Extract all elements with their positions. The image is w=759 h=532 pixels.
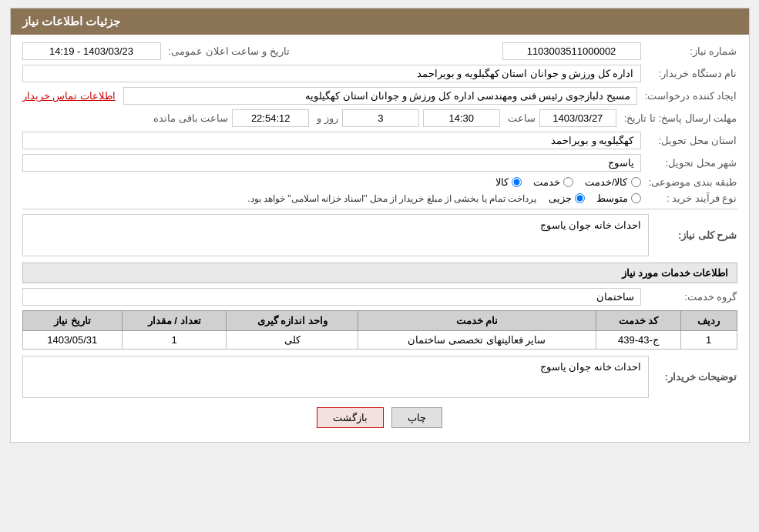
groohKhadamat-label: گروه خدمت: [645,291,737,303]
radio-kalaKhadamat[interactable]: کالا/خدمت [585,176,641,188]
namDastgah-label: نام دستگاه خریدار: [645,68,737,79]
col-tarikh: تاریخ نیاز [22,311,122,331]
tosih-text: احداث خانه جوان یاسوج [540,361,642,373]
tabaqebandi-row: طبقه بندی موضوعی: کالا/خدمت خدمت کالا [22,176,737,188]
namDastgah-row: نام دستگاه خریدار: اداره کل ورزش و جوانا… [22,65,737,82]
radio-jazzi-label: جزیی [549,192,572,204]
tarikh-aelaan-label: تاریخ و ساعت اعلان عمومی: [165,45,290,57]
ijadKonande-label: ایجاد کننده درخواست: [641,90,737,102]
radio-khadamat-input[interactable] [563,177,573,187]
namDastgah-value: اداره کل ورزش و جوانان استان کهگیلویه و … [22,65,641,82]
cell-vahed: کلی [227,331,358,350]
radio-kala-label: کالا [495,176,509,188]
saat-label: ساعت [504,112,536,124]
sharh-text: احداث خانه جوان یاسوج [540,219,642,231]
saatBaqi-value: 22:54:12 [232,109,309,127]
col-tedad: تعداد / مقدار [122,311,226,331]
radio-jazzi[interactable]: جزیی [549,192,585,204]
radio-kala[interactable]: کالا [495,176,522,188]
noweFarayand-row: نوع فرآیند خرید : متوسط جزیی پرداخت تمام… [22,192,737,204]
rooz-value: 3 [342,109,419,127]
cell-kod: ج-43-439 [596,331,680,350]
noweFarayand-label: نوع فرآیند خرید : [645,192,737,204]
shahr-value: یاسوج [22,154,641,172]
saatBaqiMande-label: ساعت باقی مانده [149,112,228,124]
cell-radif: 1 [680,331,737,350]
back-button[interactable]: بازگشت [317,407,384,428]
sharh-row: شرح کلی نیاز: احداث خانه جوان یاسوج [22,214,737,256]
tosih-row: توضیحات خریدار: احداث خانه جوان یاسوج [22,356,737,398]
services-table: ردیف کد خدمت نام خدمت واحد اندازه گیری ت… [22,310,737,350]
radio-kalaKhadamat-label: کالا/خدمت [585,176,628,188]
noweFarayand-group: متوسط جزیی [549,192,641,204]
radio-kala-input[interactable] [512,177,522,187]
tosih-label: توضیحات خریدار: [653,371,737,383]
services-section-title: اطلاعات خدمات مورد نیاز [22,263,737,283]
shomareNiaz-row: شماره نیاز: 1103003511000002 تاریخ و ساع… [22,42,737,60]
rooz-label: روز و [313,112,338,124]
groohKhadamat-row: گروه خدمت: ساختمان [22,288,737,306]
radio-khadamat[interactable]: خدمت [533,176,573,188]
radio-motavaset-input[interactable] [631,193,641,203]
divider-1 [22,209,737,209]
shahr-row: شهر محل تحویل: یاسوج [22,154,737,172]
table-row: 1 ج-43-439 سایر فعالیتهای تخصصی ساختمان … [22,331,737,350]
table-header-row: ردیف کد خدمت نام خدمت واحد اندازه گیری ت… [22,311,737,331]
cell-tedad: 1 [122,331,226,350]
saat-value: 14:30 [423,109,500,127]
ijadKonande-row: ایجاد کننده درخواست: مسیح دلبازجوی رئیس … [22,87,737,105]
cell-tarikh: 1403/05/31 [22,331,122,350]
cell-nam: سایر فعالیتهای تخصصی ساختمان [358,331,596,350]
tarikh-pasokh-value: 1403/03/27 [539,109,616,127]
radio-jazzi-input[interactable] [575,193,585,203]
table-head: ردیف کد خدمت نام خدمت واحد اندازه گیری ت… [22,311,737,331]
radio-kalaKhadamat-input[interactable] [631,177,641,187]
col-vahed: واحد اندازه گیری [227,311,358,331]
ostan-row: استان محل تحویل: کهگیلویه و بویراحمد [22,132,737,149]
col-radif: ردیف [680,311,737,331]
tabaqebandi-label: طبقه بندی موضوعی: [645,176,737,188]
mohlatErsalPasokh-row: مهلت ارسال پاسخ: تا تاریخ: 1403/03/27 سا… [22,109,737,127]
page-header: جزئیات اطلاعات نیاز [11,8,749,35]
page-title: جزئیات اطلاعات نیاز [22,15,120,28]
sharh-value: احداث خانه جوان یاسوج [22,214,649,256]
tarikh-aelaan-value: 1403/03/23 - 14:19 [22,42,161,60]
table-body: 1 ج-43-439 سایر فعالیتهای تخصصی ساختمان … [22,331,737,350]
content-area: شماره نیاز: 1103003511000002 تاریخ و ساع… [11,35,749,442]
tabaqebandi-group: کالا/خدمت خدمت کالا [495,176,641,188]
shomareNiaz-label: شماره نیاز: [645,45,737,57]
print-button[interactable]: چاپ [391,407,442,428]
ostan-value: کهگیلویه و بویراحمد [22,132,641,149]
col-kod: کد خدمت [596,311,680,331]
tosih-value-box: احداث خانه جوان یاسوج [22,356,649,398]
groohKhadamat-value: ساختمان [22,288,641,306]
col-nam: نام خدمت [358,311,596,331]
ostan-label: استان محل تحویل: [645,135,737,146]
sharh-label: شرح کلی نیاز: [653,229,737,241]
radio-motavaset[interactable]: متوسط [596,192,641,204]
button-area: چاپ بازگشت [22,407,737,428]
shomareNiaz-value: 1103003511000002 [502,42,641,60]
radio-motavaset-label: متوسط [596,192,628,204]
shahr-label: شهر محل تحویل: [645,157,737,169]
mohlatErsalPasokh-label: مهلت ارسال پاسخ: تا تاریخ: [620,112,737,124]
noweFarayand-note: پرداخت تمام یا بخشی از مبلغ خریدار از مح… [247,193,536,204]
ettelaat-link[interactable]: اطلاعات تماس خریدار [22,90,116,102]
ijadKonande-value: مسیح دلبازجوی رئیس فنی ومهندسی اداره کل … [123,87,637,105]
radio-khadamat-label: خدمت [533,176,560,188]
page-container: جزئیات اطلاعات نیاز شماره نیاز: 11030035… [10,8,750,443]
